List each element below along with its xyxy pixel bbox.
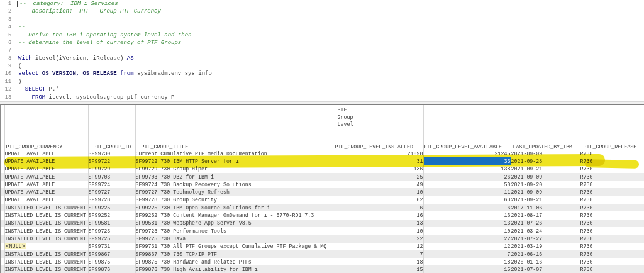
grid-cell-currency[interactable]: INSTALLED LEVEL IS CURRENT xyxy=(4,211,88,219)
grid-cell-updated[interactable]: 2021-09-21 xyxy=(511,196,580,204)
grid-cell-available[interactable]: 16 xyxy=(423,211,511,219)
column-header-ptf_group_currency[interactable]: PTF_GROUP_CURRENCY xyxy=(4,105,88,150)
code-line-text[interactable]: -- description: PTF - Group PTF Currency xyxy=(14,8,161,15)
grid-cell-release[interactable]: R730 xyxy=(580,188,644,196)
grid-cell-installed[interactable]: 136 xyxy=(335,165,423,173)
grid-cell-release[interactable]: R730 xyxy=(580,235,644,242)
code-line-text[interactable]: -- xyxy=(14,47,25,54)
grid-cell-currency[interactable]: UPDATE AVAILABLE xyxy=(4,150,88,157)
grid-cell-currency[interactable]: INSTALLED LEVEL IS CURRENT xyxy=(4,220,88,227)
grid-cell-currency[interactable]: INSTALLED LEVEL IS CURRENT xyxy=(4,250,88,258)
grid-cell-currency[interactable]: UPDATE AVAILABLE xyxy=(4,173,88,181)
code-line-text[interactable]: SELECT P.* xyxy=(14,86,59,93)
grid-cell-currency[interactable]: UPDATE AVAILABLE xyxy=(4,165,88,173)
grid-cell-updated[interactable]: 2021-09-20 xyxy=(511,181,580,188)
grid-cell-id[interactable]: SF99703 xyxy=(88,173,135,181)
code-line[interactable]: 2-- description: PTF - Group PTF Currenc… xyxy=(0,8,644,15)
code-line-text[interactable]: -- xyxy=(14,23,25,31)
code-line[interactable]: 7-- xyxy=(0,47,644,54)
grid-cell-updated[interactable]: 2021-09-21 xyxy=(511,165,580,173)
grid-cell-release[interactable]: R730 xyxy=(580,204,644,211)
code-line-text[interactable]: ( xyxy=(14,62,21,70)
grid-cell-installed[interactable]: 10 xyxy=(335,188,423,196)
grid-cell-available[interactable]: 12 xyxy=(423,243,511,250)
grid-cell-updated[interactable]: 2021-06-16 xyxy=(511,250,580,258)
grid-cell-title[interactable]: SF99724 730 Backup Recovery Solutions xyxy=(135,181,335,188)
grid-cell-updated[interactable]: 2020-01-16 xyxy=(511,258,580,265)
grid-cell-id[interactable]: SF99876 xyxy=(88,265,135,273)
grid-cell-id[interactable]: SF99722 xyxy=(88,157,135,165)
grid-cell-currency[interactable]: UPDATE AVAILABLE xyxy=(4,188,88,196)
grid-cell-title[interactable]: SF99728 730 Group Security xyxy=(135,196,335,204)
sql-editor[interactable]: 1-- category: IBM i Services2-- descript… xyxy=(0,0,644,101)
grid-cell-currency[interactable]: INSTALLED LEVEL IS CURRENT xyxy=(4,265,88,273)
column-header-ptf_group_level_installed[interactable]: PTF Group LevelPTF_GROUP_LEVEL_INSTALLED xyxy=(335,105,423,150)
grid-cell-currency[interactable]: INSTALLED LEVEL IS CURRENT xyxy=(4,227,88,235)
code-line-text[interactable]: -- Derive the IBM i operating system lev… xyxy=(14,31,191,39)
grid-cell-currency[interactable]: INSTALLED LEVEL IS CURRENT xyxy=(4,258,88,265)
code-line-text[interactable]: -- category: IBM i Services xyxy=(14,0,118,8)
code-line[interactable]: 4-- xyxy=(0,23,644,31)
grid-cell-updated[interactable]: 2021-09-09 xyxy=(511,173,580,181)
grid-cell-id[interactable]: SF99725 xyxy=(88,235,135,242)
grid-cell-title[interactable]: SF99876 730 High Availability for IBM i xyxy=(135,265,335,273)
grid-cell-id[interactable]: SF99731 xyxy=(88,243,135,250)
grid-cell-installed[interactable]: 31 xyxy=(335,157,423,165)
grid-cell-title[interactable]: SF99731 730 All PTF Groups except Cumula… xyxy=(135,243,335,250)
grid-cell-installed[interactable]: 21098 xyxy=(335,150,423,157)
grid-cell-release[interactable]: R730 xyxy=(580,165,644,173)
grid-cell-installed[interactable]: 15 xyxy=(335,265,423,273)
code-line[interactable]: 1-- category: IBM i Services xyxy=(0,0,644,8)
grid-cell-available[interactable]: 7 xyxy=(423,250,511,258)
grid-cell-id[interactable]: SF99730 xyxy=(88,150,135,157)
selected-cell[interactable]: 33 xyxy=(423,157,511,165)
grid-cell-release[interactable]: R730 xyxy=(580,265,644,273)
column-header-last_updated_by_ibm[interactable]: LAST_UPDATED_BY_IBM xyxy=(511,105,580,150)
grid-cell-release[interactable]: R730 xyxy=(580,243,644,250)
grid-cell-title[interactable]: SF99252 730 Content Manager OnDemand for… xyxy=(135,211,335,219)
grid-cell-release[interactable]: R730 xyxy=(580,173,644,181)
grid-cell-release[interactable]: R730 xyxy=(580,181,644,188)
grid-cell-id[interactable]: SF99225 xyxy=(88,204,135,211)
grid-cell-available[interactable]: 50 xyxy=(423,181,511,188)
grid-cell-available[interactable]: 6 xyxy=(423,204,511,211)
grid-cell-updated[interactable]: 2021-09-28 xyxy=(511,157,580,165)
grid-cell-installed[interactable]: 12 xyxy=(335,243,423,250)
grid-cell-installed[interactable]: 13 xyxy=(335,220,423,227)
grid-cell-updated[interactable]: 2021-07-27 xyxy=(511,235,580,242)
grid-cell-title[interactable]: SF99725 730 Java xyxy=(135,235,335,242)
grid-cell-available[interactable]: 15 xyxy=(423,265,511,273)
column-header-ptf_group_title[interactable]: PTF_GROUP_TITLE xyxy=(135,105,335,150)
code-line[interactable]: 11) xyxy=(0,78,644,86)
grid-cell-installed[interactable]: 6 xyxy=(335,204,423,211)
code-line-text[interactable]: FROM iLevel, systools.group_ptf_currency… xyxy=(14,94,174,101)
grid-cell-id[interactable]: SF99724 xyxy=(88,181,135,188)
code-line-text[interactable] xyxy=(14,16,18,23)
grid-cell-updated[interactable]: 2021-08-17 xyxy=(511,211,580,219)
grid-cell-installed[interactable]: 22 xyxy=(335,235,423,242)
grid-cell-available[interactable]: 63 xyxy=(423,196,511,204)
grid-cell-release[interactable]: R730 xyxy=(580,250,644,258)
grid-cell-release[interactable]: R730 xyxy=(580,196,644,204)
code-line-text[interactable]: ) xyxy=(14,78,21,86)
grid-cell-title[interactable]: SF99875 730 Hardware and Related PTFs xyxy=(135,258,335,265)
code-line[interactable]: 10select OS_VERSION, OS_RELEASE from sys… xyxy=(0,70,644,77)
code-line[interactable]: 9( xyxy=(0,62,644,70)
grid-cell-available[interactable]: 10 xyxy=(423,227,511,235)
grid-cell-installed[interactable]: 16 xyxy=(335,211,423,219)
grid-cell-available[interactable]: 13 xyxy=(423,220,511,227)
code-line[interactable]: 13 FROM iLevel, systools.group_ptf_curre… xyxy=(0,94,644,101)
grid-cell-release[interactable]: R730 xyxy=(580,258,644,265)
grid-cell-title[interactable]: SF99867 730 730 TCP/IP PTF xyxy=(135,250,335,258)
grid-cell-available[interactable]: 11 xyxy=(423,188,511,196)
column-header-ptf_group_id[interactable]: PTF_GROUP_ID xyxy=(88,105,135,150)
grid-cell-updated[interactable]: 2017-11-06 xyxy=(511,204,580,211)
grid-cell-id[interactable]: SF99252 xyxy=(88,211,135,219)
column-header-ptf_group_level_available[interactable]: PTF_GROUP_LEVEL_AVAILABLE xyxy=(423,105,511,150)
grid-cell-id[interactable]: SF99581 xyxy=(88,220,135,227)
grid-cell-available[interactable]: 26 xyxy=(423,173,511,181)
column-header-ptf_group_release[interactable]: PTF_GROUP_RELEASE xyxy=(580,105,644,150)
grid-cell-installed[interactable]: 25 xyxy=(335,173,423,181)
grid-cell-available[interactable]: 18 xyxy=(423,258,511,265)
grid-cell-release[interactable]: R730 xyxy=(580,150,644,157)
